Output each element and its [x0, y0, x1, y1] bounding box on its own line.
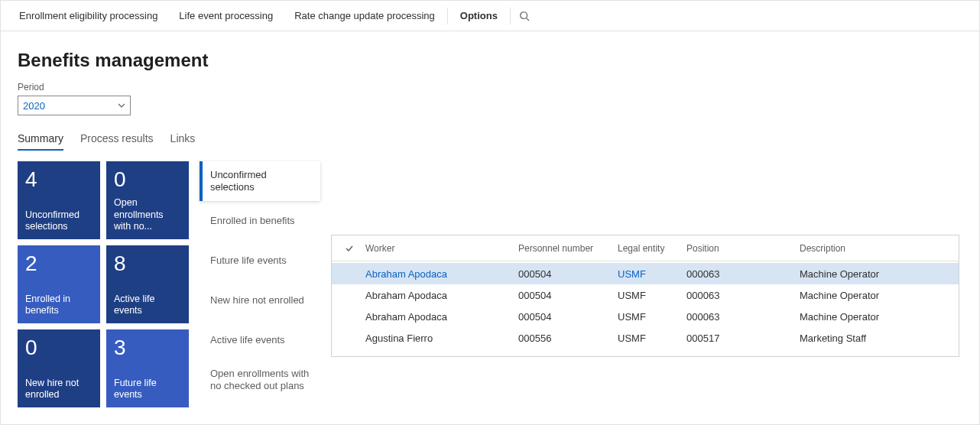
table-row[interactable]: Abraham Apodaca 000504 USMF 000063 Machi… — [332, 306, 959, 327]
column-header-position[interactable]: Position — [682, 243, 795, 254]
cell-legal-entity[interactable]: USMF — [613, 290, 682, 301]
cell-personnel: 000556 — [514, 333, 613, 344]
cell-position: 000063 — [682, 290, 795, 301]
detail-item-active-life-events[interactable]: Active life events — [200, 320, 320, 360]
cell-worker[interactable]: Agustina Fierro — [361, 333, 514, 344]
tiles-grid: 4 Unconfirmed selections 0 Open enrollme… — [18, 161, 189, 407]
cell-worker[interactable]: Abraham Apodaca — [361, 311, 514, 323]
table-row[interactable]: Agustina Fierro 000556 USMF 000517 Marke… — [332, 327, 959, 349]
select-all-checkbox[interactable] — [338, 244, 361, 253]
tile-count: 0 — [25, 337, 92, 358]
tab-process-results[interactable]: Process results — [80, 132, 154, 151]
detail-item-future-life-events[interactable]: Future life events — [200, 241, 320, 281]
tabs: Summary Process results Links — [18, 132, 962, 151]
tile-label: Unconfirmed selections — [25, 209, 92, 233]
grid-container: Worker Personnel number Legal entity Pos… — [331, 235, 962, 407]
period-select[interactable]: 2020 — [18, 96, 131, 115]
top-toolbar: Enrollment eligibility processing Life e… — [1, 1, 979, 31]
column-header-worker[interactable]: Worker — [361, 243, 514, 254]
grid-body: Abraham Apodaca 000504 USMF 000063 Machi… — [332, 261, 959, 356]
grid-header-row: Worker Personnel number Legal entity Pos… — [332, 235, 959, 261]
svg-line-1 — [527, 18, 530, 21]
toolbar-item-enrollment-eligibility[interactable]: Enrollment eligibility processing — [8, 1, 168, 31]
cell-description: Machine Operator — [795, 290, 959, 301]
cell-personnel: 000504 — [514, 290, 613, 301]
summary-layout: 4 Unconfirmed selections 0 Open enrollme… — [18, 161, 962, 407]
cell-personnel: 000504 — [514, 311, 613, 323]
cell-personnel: 000504 — [514, 268, 613, 280]
cell-legal-entity[interactable]: USMF — [613, 333, 682, 344]
cell-worker[interactable]: Abraham Apodaca — [361, 268, 514, 280]
detail-list: Unconfirmed selections Enrolled in benef… — [200, 161, 320, 407]
tile-unconfirmed-selections[interactable]: 4 Unconfirmed selections — [18, 161, 100, 239]
page-title: Benefits management — [18, 50, 962, 71]
period-value: 2020 — [23, 100, 45, 112]
tile-count: 4 — [25, 169, 92, 190]
table-row[interactable]: Abraham Apodaca 000504 USMF 000063 Machi… — [332, 284, 959, 306]
tile-label: Future life events — [114, 378, 181, 401]
tile-active-life-events[interactable]: 8 Active life events — [106, 245, 189, 323]
column-header-personnel[interactable]: Personnel number — [514, 243, 613, 254]
cell-position: 000063 — [682, 311, 795, 323]
cell-worker[interactable]: Abraham Apodaca — [361, 290, 514, 301]
toolbar-item-options[interactable]: Options — [449, 1, 508, 31]
tile-count: 3 — [114, 337, 181, 358]
cell-legal-entity[interactable]: USMF — [613, 311, 682, 323]
toolbar-item-rate-change[interactable]: Rate change update processing — [284, 1, 446, 31]
tile-count: 0 — [114, 169, 181, 190]
cell-description: Machine Operator — [795, 268, 959, 280]
tile-open-enrollments[interactable]: 0 Open enrollments with no... — [106, 161, 189, 239]
cell-position: 000517 — [682, 333, 795, 344]
detail-item-open-enrollments-no-plans[interactable]: Open enrollments with no checked out pla… — [200, 360, 320, 400]
cell-position: 000063 — [682, 268, 795, 280]
svg-point-0 — [521, 11, 527, 18]
toolbar-item-life-event[interactable]: Life event processing — [168, 1, 284, 31]
check-icon — [345, 244, 354, 253]
tile-future-life-events[interactable]: 3 Future life events — [106, 329, 189, 407]
cell-legal-entity[interactable]: USMF — [613, 268, 682, 280]
tile-label: Active life events — [114, 294, 181, 317]
column-header-legal-entity[interactable]: Legal entity — [613, 243, 682, 254]
tile-label: New hire not enrolled — [25, 378, 92, 401]
tile-label: Open enrollments with no... — [114, 197, 181, 233]
toolbar-separator — [510, 8, 511, 24]
period-label: Period — [18, 82, 962, 92]
search-icon — [519, 11, 530, 21]
tile-enrolled-in-benefits[interactable]: 2 Enrolled in benefits — [18, 245, 100, 323]
tile-count: 8 — [114, 253, 181, 274]
workers-grid: Worker Personnel number Legal entity Pos… — [331, 235, 959, 357]
chevron-down-icon — [118, 100, 125, 112]
cell-description: Machine Operator — [795, 311, 959, 323]
tile-count: 2 — [25, 253, 92, 274]
search-button[interactable] — [512, 11, 537, 21]
tab-links[interactable]: Links — [170, 132, 196, 151]
column-header-description[interactable]: Description — [795, 243, 959, 254]
tab-summary[interactable]: Summary — [18, 132, 63, 151]
tile-new-hire-not-enrolled[interactable]: 0 New hire not enrolled — [18, 329, 100, 407]
page-content: Benefits management Period 2020 Summary … — [1, 31, 979, 407]
detail-item-new-hire-not-enrolled[interactable]: New hire not enrolled — [200, 281, 320, 320]
detail-item-enrolled-in-benefits[interactable]: Enrolled in benefits — [200, 201, 320, 241]
tile-label: Enrolled in benefits — [25, 294, 92, 317]
table-row[interactable]: Abraham Apodaca 000504 USMF 000063 Machi… — [332, 263, 959, 284]
detail-item-unconfirmed-selections[interactable]: Unconfirmed selections — [200, 161, 320, 201]
toolbar-separator — [447, 8, 448, 24]
cell-description: Marketing Staff — [795, 333, 959, 344]
